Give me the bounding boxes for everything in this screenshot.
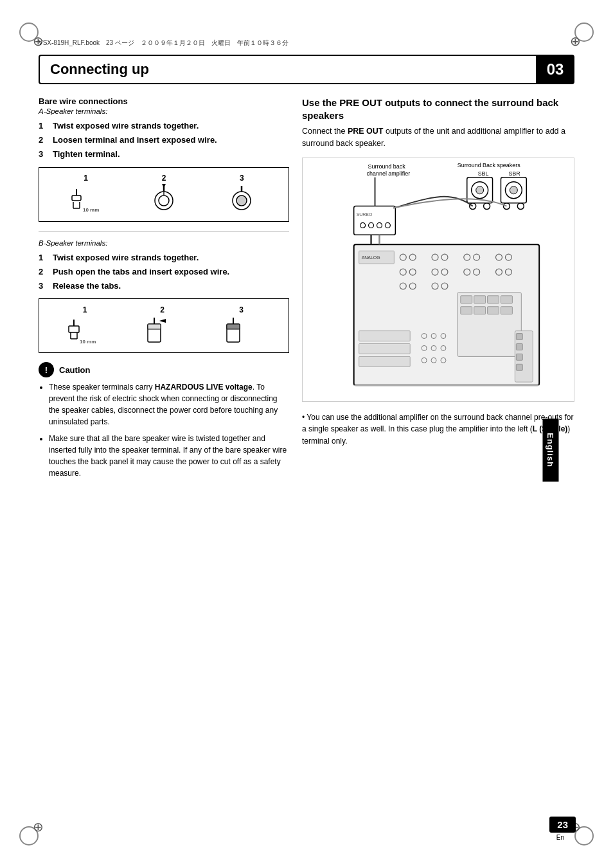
caution-bullet-2: Make sure that all the bare speaker wire… — [49, 433, 289, 479]
left-column: Bare wire connections A-Speaker terminal… — [39, 96, 289, 804]
svg-point-45 — [369, 222, 374, 228]
a-step1-svg: 10 mm — [67, 183, 105, 215]
right-section-title: Use the PRE OUT outputs to connect the s… — [302, 96, 574, 122]
svg-text:channel amplifier: channel amplifier — [367, 170, 411, 176]
svg-rect-82 — [359, 356, 411, 366]
header-bar: VSX-819H_RLF.book 23 ページ ２００９年１月２０日 火曜日 … — [39, 39, 574, 48]
svg-rect-72 — [461, 295, 472, 303]
b-speaker-diagram: 1 10 mm 2 — [39, 298, 289, 353]
a-step-2: 2 Loosen terminal and insert exposed wir… — [39, 134, 289, 146]
title-box: Connecting up — [39, 55, 536, 84]
crosshair-bl: ⊕ — [29, 818, 47, 836]
svg-rect-79 — [501, 306, 512, 314]
svg-point-41 — [517, 203, 524, 209]
svg-marker-23 — [159, 319, 166, 323]
svg-marker-10 — [162, 184, 166, 188]
title-section: Connecting up 03 — [39, 55, 574, 84]
svg-rect-76 — [461, 306, 472, 314]
svg-rect-0 — [72, 195, 81, 201]
svg-point-46 — [377, 222, 382, 228]
caution-icon: ! — [39, 362, 54, 377]
svg-text:ANALOG: ANALOG — [362, 255, 380, 260]
header-file-info: VSX-819H_RLF.book 23 ページ ２００９年１月２０日 火曜日 … — [39, 39, 289, 48]
english-tab: English — [543, 419, 559, 482]
b-diagram-step3: 3 — [220, 305, 262, 347]
caution-label: Caution — [59, 365, 90, 375]
b-step3-svg — [220, 314, 262, 347]
bare-wire-title: Bare wire connections — [39, 96, 289, 106]
page-title: Connecting up — [50, 61, 149, 78]
svg-point-7 — [159, 195, 169, 206]
svg-text:10 mm: 10 mm — [83, 207, 99, 213]
svg-point-44 — [360, 222, 366, 228]
b-step1-svg: 10 mm — [66, 314, 104, 347]
svg-point-47 — [385, 222, 390, 228]
b-speaker-steps: 1 Twist exposed wire strands together. 2… — [39, 252, 289, 293]
b-speaker-label: B-Speaker terminals: — [39, 239, 289, 247]
a-speaker-label: A-Speaker terminals: — [39, 107, 289, 115]
svg-rect-78 — [488, 306, 499, 314]
a-diagram-step2: 2 — [145, 174, 183, 215]
a-step-3: 3 Tighten terminal. — [39, 149, 289, 160]
a-speaker-diagram: 1 10 mm 2 — [39, 167, 289, 222]
a-diagram-step1: 1 10 mm — [67, 174, 105, 215]
caution-bullet-1: These speaker terminals carry HAZARDOUS … — [49, 381, 289, 428]
amp-diagram-svg: Surround back channel amplifier Surround… — [302, 158, 574, 402]
svg-point-34 — [476, 186, 484, 194]
section-divider-1 — [39, 231, 289, 231]
svg-rect-95 — [516, 354, 522, 360]
page-number-badge: 23 — [549, 817, 576, 833]
svg-text:SBR: SBR — [508, 170, 520, 176]
a-diagram-step3: 3 — [222, 174, 261, 215]
a-step3-svg — [222, 183, 261, 215]
svg-text:SURBO: SURBO — [357, 212, 373, 216]
svg-rect-25 — [227, 324, 240, 329]
svg-rect-14 — [69, 326, 79, 332]
b-diagram-step2: 2 — [141, 305, 183, 347]
svg-point-12 — [236, 195, 247, 206]
svg-rect-93 — [516, 333, 522, 339]
caution-box: ! Caution These speaker terminals carry … — [39, 362, 289, 479]
svg-text:SBL: SBL — [478, 170, 489, 176]
page: ⊕ ⊕ ⊕ ⊕ VSX-819H_RLF.book 23 ページ ２００９年１月… — [0, 0, 613, 868]
a-step2-svg — [145, 183, 183, 215]
svg-rect-21 — [148, 324, 161, 329]
svg-text:Surround Back speakers: Surround Back speakers — [458, 161, 520, 168]
svg-rect-80 — [359, 330, 411, 341]
svg-rect-81 — [359, 343, 411, 354]
svg-text:Surround back: Surround back — [368, 163, 406, 169]
b-step2-svg — [141, 314, 183, 347]
svg-text:10 mm: 10 mm — [80, 339, 96, 345]
svg-point-40 — [503, 203, 510, 209]
svg-rect-42 — [354, 206, 396, 235]
svg-rect-96 — [516, 364, 522, 370]
svg-rect-94 — [516, 343, 522, 350]
b-step-2: 2 Push open the tabs and insert exposed … — [39, 266, 289, 278]
b-diagram-step1: 1 10 mm — [66, 305, 104, 347]
b-step-3: 3 Release the tabs. — [39, 280, 289, 292]
caution-bullets-list: These speaker terminals carry HAZARDOUS … — [39, 381, 289, 479]
svg-rect-77 — [474, 306, 486, 314]
svg-rect-74 — [488, 295, 499, 303]
svg-point-36 — [484, 203, 490, 209]
page-en-label: En — [556, 834, 564, 841]
b-step-1: 1 Twist exposed wire strands together. — [39, 252, 289, 264]
right-column: English Use the PRE OUT outputs to conne… — [302, 96, 574, 804]
a-step-1: 1 Twist exposed wire strands together. — [39, 120, 289, 132]
chapter-badge: 03 — [536, 55, 574, 84]
svg-rect-73 — [474, 295, 486, 303]
svg-point-39 — [510, 186, 517, 194]
main-content: Bare wire connections A-Speaker terminal… — [39, 96, 574, 804]
a-speaker-steps: 1 Twist exposed wire strands together. 2… — [39, 120, 289, 161]
svg-rect-75 — [501, 295, 512, 303]
caution-header: ! Caution — [39, 362, 289, 377]
right-bullet-text: • You can use the additional amplifier o… — [302, 411, 574, 448]
right-intro-text: Connect the PRE OUT outputs of the unit … — [302, 125, 574, 150]
